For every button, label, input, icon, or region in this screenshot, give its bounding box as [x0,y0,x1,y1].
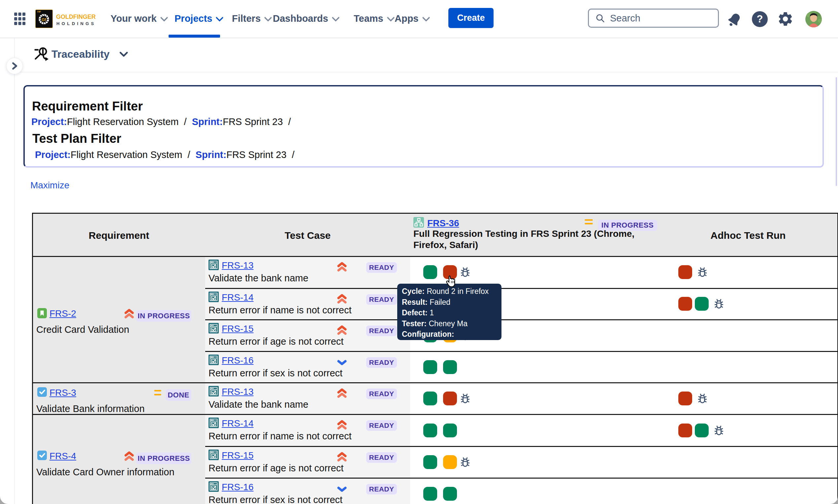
svg-text:Gf: Gf [41,17,47,22]
